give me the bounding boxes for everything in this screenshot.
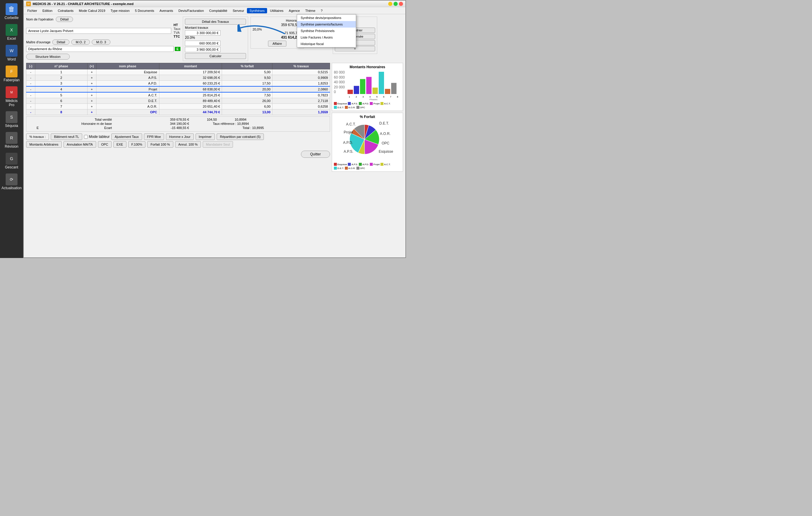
pie-legend-color-act xyxy=(380,163,383,166)
mo2-button[interactable]: M.O. 2 xyxy=(71,39,90,45)
opc-button[interactable]: OPC xyxy=(98,141,112,148)
minus-btn-1[interactable]: - xyxy=(26,75,35,81)
plus-btn-4[interactable]: + xyxy=(87,92,96,98)
sidebar-item-gescant[interactable]: G Gescant xyxy=(1,151,22,171)
menu-avenants[interactable]: Avenants xyxy=(157,8,176,13)
imprimer-button[interactable]: Imprimer xyxy=(196,133,215,140)
menu-aide[interactable]: ? xyxy=(318,8,325,13)
close-button[interactable] xyxy=(399,2,403,6)
exe-button[interactable]: EXE xyxy=(113,141,126,148)
minimize-button[interactable] xyxy=(388,2,393,6)
plus-btn-2[interactable]: + xyxy=(87,81,96,87)
phase-forfait-4: 7,50 xyxy=(222,92,272,98)
maximize-button[interactable] xyxy=(394,2,398,6)
left-panel: Nom de l'opération Détail HT Taux TVA TT… xyxy=(26,17,180,60)
sidebar-item-excel[interactable]: X Excel xyxy=(1,22,22,42)
annulation-button[interactable]: Annulation MA/TA xyxy=(63,141,96,148)
minus-btn-6[interactable]: - xyxy=(26,104,35,110)
sidebar-item-revision[interactable]: R Révision xyxy=(1,130,22,150)
forfait100-button[interactable]: Forfait 100 % xyxy=(147,141,173,148)
ajustement-button[interactable]: Ajustement Taux xyxy=(111,133,142,140)
bottom-buttons-row1: % travaux : Bâtiment neuf-TL Mode tableu… xyxy=(26,133,330,140)
menu-devis[interactable]: Devis/Facturation xyxy=(176,8,206,13)
dropdown-item-factures[interactable]: Liste Factures / Avoirs xyxy=(297,34,356,41)
affaire-button[interactable]: Affaire xyxy=(268,41,286,47)
table-row: - 5 + A.C.T. 25 814,25 € 7,50 0,7823 xyxy=(26,92,330,98)
plus-btn-1[interactable]: + xyxy=(87,75,96,81)
menu-syntheses[interactable]: Synthèses xyxy=(247,8,267,13)
minus-btn-7[interactable]: - xyxy=(26,110,35,115)
plus-btn-7[interactable]: + xyxy=(87,110,96,115)
calculer-button[interactable]: Calculer xyxy=(185,53,246,59)
minus-btn-4[interactable]: - xyxy=(26,92,35,98)
phase-num-3: 4 xyxy=(35,86,88,92)
f100-button[interactable]: F.100% xyxy=(128,141,146,148)
phase-num-4: 5 xyxy=(35,92,88,98)
phase-forfait-0: 5,00 xyxy=(222,69,272,75)
mandataire-button[interactable]: Mandataire Seul xyxy=(203,141,233,148)
sidebar-item-faberplan[interactable]: F Faberplan xyxy=(1,64,22,84)
menu-cotraitants[interactable]: Cotraitants xyxy=(56,8,76,13)
menu-agence[interactable]: Agence xyxy=(286,8,302,13)
menu-utilitaires[interactable]: Utilitaires xyxy=(268,8,286,13)
sidebar-item-actualisation[interactable]: ⟳ Actualisation xyxy=(1,172,22,192)
menu-fichier[interactable]: Fichier xyxy=(25,8,39,13)
detail-button[interactable]: Détail xyxy=(56,17,73,22)
mode-tableur-checkbox[interactable]: Mode tableur xyxy=(84,134,110,139)
detail-travaux-button[interactable]: Détail des Travaux xyxy=(185,19,246,25)
plus-btn-0[interactable]: + xyxy=(87,69,96,75)
quitter-button[interactable]: Quitter xyxy=(301,151,330,158)
pct-travaux-button[interactable]: % travaux : xyxy=(26,133,49,140)
phase-travaux-3: 2,0860 xyxy=(272,86,330,92)
annexe-row: HT Taux TVA TTC xyxy=(26,23,180,38)
menu-comptabilite[interactable]: Comptabilité xyxy=(207,8,230,13)
montant-travaux-input[interactable] xyxy=(185,30,221,36)
sidebar-item-sequoia[interactable]: S Séquoia xyxy=(1,110,22,130)
repartition-button[interactable]: Répartition par cotraitant (5) xyxy=(216,133,264,140)
dept-input[interactable] xyxy=(26,46,174,52)
mo3-button[interactable]: M.O. 3 xyxy=(92,39,110,45)
minus-btn-5[interactable]: - xyxy=(26,98,35,104)
sidebar-item-medicis[interactable]: M Médicis Pro xyxy=(1,85,22,109)
fpr-moe-button[interactable]: FPR Moe xyxy=(144,133,164,140)
menu-type-mission[interactable]: Type mission xyxy=(108,8,132,13)
tva-input[interactable] xyxy=(185,41,221,46)
homme-jour-button[interactable]: Homme x Jour xyxy=(166,133,194,140)
legend-det: D.E.T. xyxy=(334,106,344,109)
menu-documents[interactable]: 5 Documents xyxy=(133,8,157,13)
legend-projet: Projet xyxy=(370,102,380,105)
dropdown-item-historique[interactable]: Historique fiscal xyxy=(297,41,356,47)
svg-rect-8 xyxy=(391,83,397,94)
sidebar-item-corbeille[interactable]: 🗑 Corbeille xyxy=(1,1,22,22)
annexe-input[interactable] xyxy=(26,28,171,34)
phases-table: (-) n° phase (+) nom phase montant % for… xyxy=(26,63,330,115)
menu-edition[interactable]: Edition xyxy=(40,8,55,13)
dropdown-item-devis[interactable]: Synthèse devis/propositions xyxy=(297,14,356,21)
phase-forfait-2: 17,50 xyxy=(222,81,272,87)
batiment-button[interactable]: Bâtiment neuf-TL xyxy=(51,133,82,140)
pie-legend-label-opc: OPC xyxy=(360,167,365,170)
montants-arb-button[interactable]: Montants Arbitraires xyxy=(26,141,62,148)
montant-travaux-label: Montant travaux xyxy=(185,26,212,29)
minus-btn-2[interactable]: - xyxy=(26,81,35,87)
structure-mission-button[interactable]: Structure Mission xyxy=(26,54,70,60)
menu-serveur[interactable]: Serveur xyxy=(230,8,246,13)
dropdown-item-previsionnels[interactable]: Synthèse Prévisionnels xyxy=(297,28,356,34)
plus-btn-5[interactable]: + xyxy=(87,98,96,104)
mode-tableur-input[interactable] xyxy=(84,135,88,139)
ttc-input[interactable] xyxy=(185,47,221,52)
plus-btn-3[interactable]: + xyxy=(87,86,96,92)
annul100-button[interactable]: Annul. 100 % xyxy=(175,141,201,148)
menu-theme[interactable]: Thème xyxy=(303,8,318,13)
minus-btn-0[interactable]: - xyxy=(26,69,35,75)
dropdown-item-paiements[interactable]: Synthèse paiements/factures xyxy=(297,21,356,28)
sidebar-item-word[interactable]: W Word xyxy=(1,43,22,63)
pie-legend-color-opc xyxy=(356,166,359,170)
detail2-button[interactable]: Détail xyxy=(52,39,69,45)
menu-mode-calcul[interactable]: Mode Calcul 2019 xyxy=(77,8,108,13)
table-row: - 4 + Projet 68 838,00 € 20,00 2,0860 xyxy=(26,86,330,92)
phase-name-7: OPC xyxy=(96,110,159,115)
minus-btn-3[interactable]: - xyxy=(26,86,35,92)
sidebar: 🗑 Corbeille X Excel W Word F Faberplan M… xyxy=(0,0,23,258)
plus-btn-6[interactable]: + xyxy=(87,104,96,110)
